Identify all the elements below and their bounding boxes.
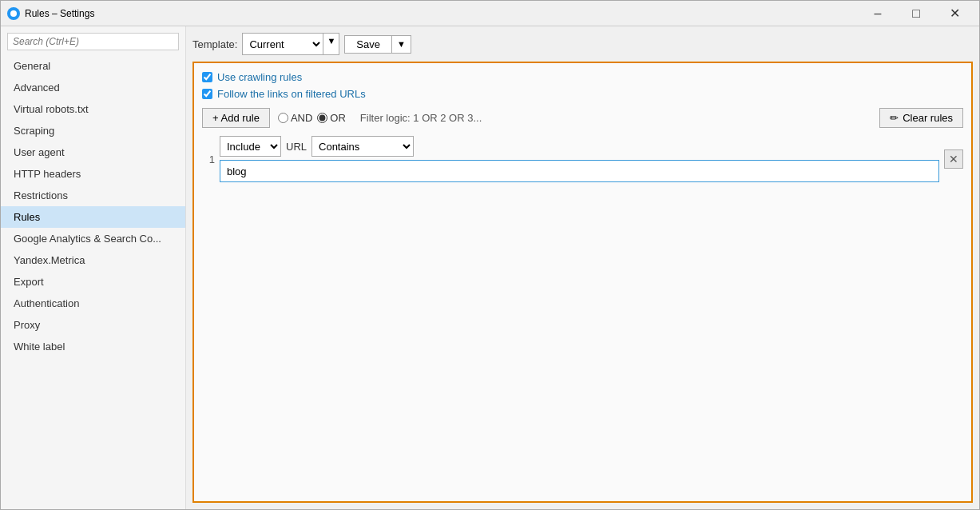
use-crawling-label: Use crawling rules	[217, 71, 302, 83]
content-area: GeneralAdvancedVirtual robots.txtScrapin…	[1, 26, 979, 509]
sidebar-item-authentication[interactable]: Authentication	[1, 293, 185, 314]
close-button[interactable]: ✕	[936, 2, 973, 25]
title-bar: Rules – Settings – □ ✕	[1, 1, 979, 26]
and-option[interactable]: AND	[278, 112, 312, 124]
or-option[interactable]: OR	[317, 112, 346, 124]
search-box[interactable]	[7, 33, 179, 50]
window-controls: – □ ✕	[859, 2, 973, 25]
clear-rules-button[interactable]: ✏ Clear rules	[879, 108, 963, 128]
or-label: OR	[330, 112, 346, 124]
rule-url-label: URL	[286, 141, 307, 153]
filter-logic-text: Filter logic: 1 OR 2 OR 3...	[360, 112, 482, 124]
sidebar-item-virtual-robots[interactable]: Virtual robots.txt	[1, 98, 185, 120]
save-button[interactable]: Save	[345, 36, 392, 53]
rule-top: Include Exclude URL Contains Does not co…	[220, 136, 939, 157]
rule-type-select[interactable]: Include Exclude	[220, 136, 281, 157]
rules-panel: Use crawling rules Follow the links on f…	[192, 62, 973, 503]
action-row: + Add rule AND OR Filter logic: 1 OR 2 O…	[202, 108, 963, 128]
template-select[interactable]: Current	[243, 34, 323, 54]
sidebar-item-rules[interactable]: Rules	[1, 206, 185, 228]
rule-condition-select[interactable]: Contains Does not contain Equals Does no…	[311, 136, 414, 157]
rule-controls: Include Exclude URL Contains Does not co…	[220, 136, 939, 182]
clear-rules-icon: ✏	[890, 112, 899, 124]
sidebar-item-google-analytics[interactable]: Google Analytics & Search Co...	[1, 228, 185, 249]
rule-delete-button[interactable]: ✕	[944, 149, 963, 169]
sidebar-item-restrictions[interactable]: Restrictions	[1, 185, 185, 206]
follow-links-label: Follow the links on filtered URLs	[217, 88, 366, 100]
save-dropdown-button[interactable]: ▼	[392, 36, 411, 53]
and-radio[interactable]	[278, 113, 288, 123]
app-icon	[7, 7, 20, 20]
sidebar: GeneralAdvancedVirtual robots.txtScrapin…	[1, 26, 186, 509]
template-dropdown-arrow[interactable]: ▼	[323, 34, 339, 54]
follow-links-checkbox[interactable]	[202, 89, 212, 99]
rule-value-container	[220, 160, 939, 182]
main-panel: Template: Current ▼ Save ▼ Use crawling	[186, 26, 979, 509]
use-crawling-checkbox[interactable]	[202, 72, 212, 82]
window-title: Rules – Settings	[25, 8, 859, 19]
nav-items-container: GeneralAdvancedVirtual robots.txtScrapin…	[1, 55, 185, 357]
sidebar-item-advanced[interactable]: Advanced	[1, 77, 185, 98]
sidebar-item-yandex-metrica[interactable]: Yandex.Metrica	[1, 249, 185, 271]
sidebar-item-export[interactable]: Export	[1, 271, 185, 293]
sidebar-item-general[interactable]: General	[1, 55, 185, 77]
app-window: Rules – Settings – □ ✕ GeneralAdvancedVi…	[0, 0, 980, 510]
template-dropdown-group: Current ▼	[242, 33, 339, 55]
clear-rules-label: Clear rules	[903, 112, 953, 124]
minimize-button[interactable]: –	[859, 2, 896, 25]
rule-value-input[interactable]	[220, 160, 939, 182]
search-input[interactable]	[13, 36, 173, 47]
toolbar: Template: Current ▼ Save ▼	[192, 33, 973, 55]
svg-point-0	[10, 10, 17, 17]
sidebar-item-scraping[interactable]: Scraping	[1, 120, 185, 141]
rule-number: 1	[202, 153, 215, 165]
maximize-button[interactable]: □	[898, 2, 934, 25]
add-rule-button[interactable]: + Add rule	[202, 108, 270, 128]
use-crawling-rules-row: Use crawling rules	[202, 71, 963, 83]
sidebar-item-user-agent[interactable]: User agent	[1, 141, 185, 163]
sidebar-item-http-headers[interactable]: HTTP headers	[1, 163, 185, 185]
logic-group: AND OR	[278, 112, 346, 124]
save-button-group: Save ▼	[344, 35, 411, 54]
sidebar-item-white-label[interactable]: White label	[1, 336, 185, 357]
sidebar-item-proxy[interactable]: Proxy	[1, 314, 185, 336]
or-radio[interactable]	[317, 113, 327, 123]
and-label: AND	[291, 112, 312, 124]
rules-list: 1 Include Exclude URL Contains Do	[202, 136, 963, 182]
follow-links-row: Follow the links on filtered URLs	[202, 88, 963, 100]
table-row: 1 Include Exclude URL Contains Do	[202, 136, 963, 182]
template-label: Template:	[192, 38, 237, 50]
